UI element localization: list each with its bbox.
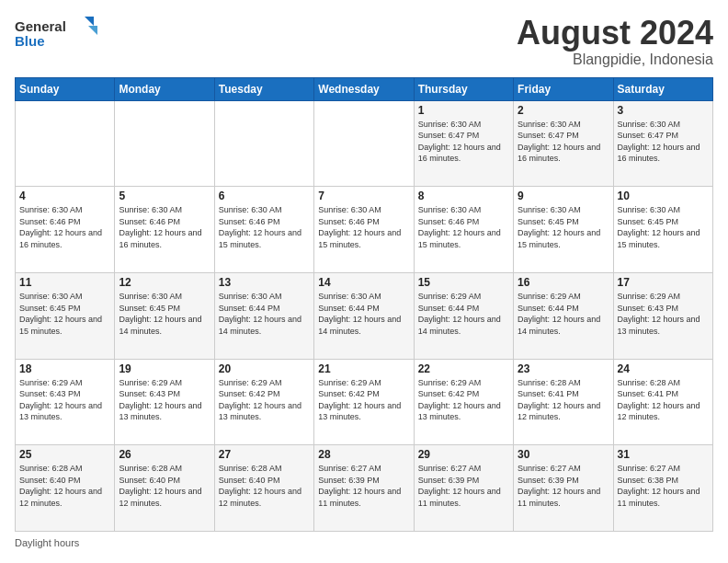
calendar-week-2: 4Sunrise: 6:30 AM Sunset: 6:46 PM Daylig… bbox=[16, 187, 713, 273]
day-info: Sunrise: 6:30 AM Sunset: 6:44 PM Dayligh… bbox=[219, 291, 310, 337]
day-number: 3 bbox=[618, 104, 709, 117]
day-info: Sunrise: 6:30 AM Sunset: 6:45 PM Dayligh… bbox=[618, 204, 709, 250]
day-info: Sunrise: 6:29 AM Sunset: 6:43 PM Dayligh… bbox=[618, 291, 709, 337]
day-info: Sunrise: 6:30 AM Sunset: 6:47 PM Dayligh… bbox=[418, 119, 509, 165]
page: General Blue August 2024 Blangpidie, Ind… bbox=[0, 0, 728, 563]
day-number: 8 bbox=[418, 190, 509, 202]
day-info: Sunrise: 6:30 AM Sunset: 6:46 PM Dayligh… bbox=[418, 204, 509, 250]
day-info: Sunrise: 6:27 AM Sunset: 6:39 PM Dayligh… bbox=[318, 463, 409, 509]
calendar-cell: 4Sunrise: 6:30 AM Sunset: 6:46 PM Daylig… bbox=[16, 187, 115, 273]
day-info: Sunrise: 6:27 AM Sunset: 6:39 PM Dayligh… bbox=[418, 463, 509, 509]
day-info: Sunrise: 6:30 AM Sunset: 6:45 PM Dayligh… bbox=[518, 204, 609, 250]
calendar-cell: 15Sunrise: 6:29 AM Sunset: 6:44 PM Dayli… bbox=[414, 272, 513, 359]
day-number: 6 bbox=[219, 190, 310, 202]
calendar-cell bbox=[214, 100, 313, 187]
subtitle: Blangpidie, Indonesia bbox=[517, 52, 713, 68]
day-info: Sunrise: 6:29 AM Sunset: 6:43 PM Dayligh… bbox=[119, 377, 210, 423]
day-number: 11 bbox=[19, 276, 110, 289]
day-info: Sunrise: 6:28 AM Sunset: 6:40 PM Dayligh… bbox=[19, 463, 110, 509]
calendar-cell: 1Sunrise: 6:30 AM Sunset: 6:47 PM Daylig… bbox=[414, 100, 513, 187]
calendar-cell: 3Sunrise: 6:30 AM Sunset: 6:47 PM Daylig… bbox=[613, 100, 712, 187]
day-number: 31 bbox=[618, 448, 709, 461]
calendar-cell: 6Sunrise: 6:30 AM Sunset: 6:46 PM Daylig… bbox=[214, 187, 313, 273]
calendar-cell: 12Sunrise: 6:30 AM Sunset: 6:45 PM Dayli… bbox=[115, 272, 214, 359]
calendar-cell: 29Sunrise: 6:27 AM Sunset: 6:39 PM Dayli… bbox=[414, 445, 513, 532]
day-info: Sunrise: 6:27 AM Sunset: 6:39 PM Dayligh… bbox=[518, 463, 609, 509]
calendar-cell: 19Sunrise: 6:29 AM Sunset: 6:43 PM Dayli… bbox=[115, 359, 214, 445]
day-header-tuesday: Tuesday bbox=[214, 77, 313, 100]
calendar-cell: 11Sunrise: 6:30 AM Sunset: 6:45 PM Dayli… bbox=[16, 272, 115, 359]
calendar-cell bbox=[314, 100, 414, 187]
day-info: Sunrise: 6:29 AM Sunset: 6:44 PM Dayligh… bbox=[518, 291, 609, 337]
day-number: 4 bbox=[19, 190, 110, 202]
day-number: 16 bbox=[518, 276, 609, 289]
day-number: 13 bbox=[219, 276, 310, 289]
day-info: Sunrise: 6:30 AM Sunset: 6:46 PM Dayligh… bbox=[219, 204, 310, 250]
calendar-cell: 16Sunrise: 6:29 AM Sunset: 6:44 PM Dayli… bbox=[514, 272, 613, 359]
day-info: Sunrise: 6:30 AM Sunset: 6:46 PM Dayligh… bbox=[19, 204, 110, 250]
footer: Daylight hours bbox=[15, 537, 713, 548]
day-number: 1 bbox=[418, 104, 509, 117]
day-info: Sunrise: 6:28 AM Sunset: 6:41 PM Dayligh… bbox=[518, 377, 609, 423]
day-number: 27 bbox=[219, 448, 310, 461]
calendar-cell: 18Sunrise: 6:29 AM Sunset: 6:43 PM Dayli… bbox=[16, 359, 115, 445]
svg-text:General: General bbox=[15, 18, 66, 34]
day-number: 19 bbox=[119, 362, 210, 375]
calendar-cell: 10Sunrise: 6:30 AM Sunset: 6:45 PM Dayli… bbox=[613, 187, 712, 273]
day-number: 2 bbox=[518, 104, 609, 117]
logo-svg: General Blue bbox=[15, 15, 97, 52]
svg-text:Blue: Blue bbox=[15, 33, 45, 49]
calendar-week-4: 18Sunrise: 6:29 AM Sunset: 6:43 PM Dayli… bbox=[16, 359, 713, 445]
day-number: 29 bbox=[418, 448, 509, 461]
calendar-cell: 24Sunrise: 6:28 AM Sunset: 6:41 PM Dayli… bbox=[613, 359, 712, 445]
day-number: 10 bbox=[618, 190, 709, 202]
day-number: 22 bbox=[418, 362, 509, 375]
title-block: August 2024 Blangpidie, Indonesia bbox=[517, 15, 713, 68]
day-header-saturday: Saturday bbox=[613, 77, 712, 100]
calendar-cell: 13Sunrise: 6:30 AM Sunset: 6:44 PM Dayli… bbox=[214, 272, 313, 359]
day-number: 23 bbox=[518, 362, 609, 375]
day-number: 25 bbox=[19, 448, 110, 461]
logo: General Blue bbox=[15, 15, 97, 52]
calendar-week-1: 1Sunrise: 6:30 AM Sunset: 6:47 PM Daylig… bbox=[16, 100, 713, 187]
day-info: Sunrise: 6:29 AM Sunset: 6:42 PM Dayligh… bbox=[219, 377, 310, 423]
day-number: 17 bbox=[618, 276, 709, 289]
calendar-cell: 30Sunrise: 6:27 AM Sunset: 6:39 PM Dayli… bbox=[514, 445, 613, 532]
calendar-week-5: 25Sunrise: 6:28 AM Sunset: 6:40 PM Dayli… bbox=[16, 445, 713, 532]
day-header-monday: Monday bbox=[115, 77, 214, 100]
day-info: Sunrise: 6:29 AM Sunset: 6:42 PM Dayligh… bbox=[418, 377, 509, 423]
calendar-cell: 17Sunrise: 6:29 AM Sunset: 6:43 PM Dayli… bbox=[613, 272, 712, 359]
day-info: Sunrise: 6:30 AM Sunset: 6:46 PM Dayligh… bbox=[318, 204, 409, 250]
day-header-wednesday: Wednesday bbox=[314, 77, 414, 100]
day-number: 14 bbox=[318, 276, 409, 289]
calendar-cell: 28Sunrise: 6:27 AM Sunset: 6:39 PM Dayli… bbox=[314, 445, 414, 532]
day-number: 30 bbox=[518, 448, 609, 461]
day-info: Sunrise: 6:30 AM Sunset: 6:45 PM Dayligh… bbox=[19, 291, 110, 337]
calendar-cell: 21Sunrise: 6:29 AM Sunset: 6:42 PM Dayli… bbox=[314, 359, 414, 445]
day-info: Sunrise: 6:29 AM Sunset: 6:44 PM Dayligh… bbox=[418, 291, 509, 337]
calendar-cell: 7Sunrise: 6:30 AM Sunset: 6:46 PM Daylig… bbox=[314, 187, 414, 273]
header: General Blue August 2024 Blangpidie, Ind… bbox=[15, 15, 713, 68]
day-info: Sunrise: 6:30 AM Sunset: 6:47 PM Dayligh… bbox=[518, 119, 609, 165]
day-number: 7 bbox=[318, 190, 409, 202]
day-number: 18 bbox=[19, 362, 110, 375]
calendar-cell: 2Sunrise: 6:30 AM Sunset: 6:47 PM Daylig… bbox=[514, 100, 613, 187]
day-info: Sunrise: 6:30 AM Sunset: 6:45 PM Dayligh… bbox=[119, 291, 210, 337]
calendar-week-3: 11Sunrise: 6:30 AM Sunset: 6:45 PM Dayli… bbox=[16, 272, 713, 359]
day-number: 28 bbox=[318, 448, 409, 461]
calendar-cell bbox=[16, 100, 115, 187]
day-info: Sunrise: 6:28 AM Sunset: 6:40 PM Dayligh… bbox=[119, 463, 210, 509]
calendar-table: SundayMondayTuesdayWednesdayThursdayFrid… bbox=[15, 77, 713, 532]
day-number: 12 bbox=[119, 276, 210, 289]
svg-marker-2 bbox=[85, 17, 94, 26]
day-number: 26 bbox=[119, 448, 210, 461]
calendar-cell bbox=[115, 100, 214, 187]
calendar-header-row: SundayMondayTuesdayWednesdayThursdayFrid… bbox=[16, 77, 713, 100]
day-info: Sunrise: 6:30 AM Sunset: 6:47 PM Dayligh… bbox=[618, 119, 709, 165]
calendar-cell: 31Sunrise: 6:27 AM Sunset: 6:38 PM Dayli… bbox=[613, 445, 712, 532]
day-info: Sunrise: 6:28 AM Sunset: 6:40 PM Dayligh… bbox=[219, 463, 310, 509]
day-info: Sunrise: 6:30 AM Sunset: 6:46 PM Dayligh… bbox=[119, 204, 210, 250]
day-info: Sunrise: 6:28 AM Sunset: 6:41 PM Dayligh… bbox=[618, 377, 709, 423]
calendar-cell: 25Sunrise: 6:28 AM Sunset: 6:40 PM Dayli… bbox=[16, 445, 115, 532]
day-header-friday: Friday bbox=[514, 77, 613, 100]
